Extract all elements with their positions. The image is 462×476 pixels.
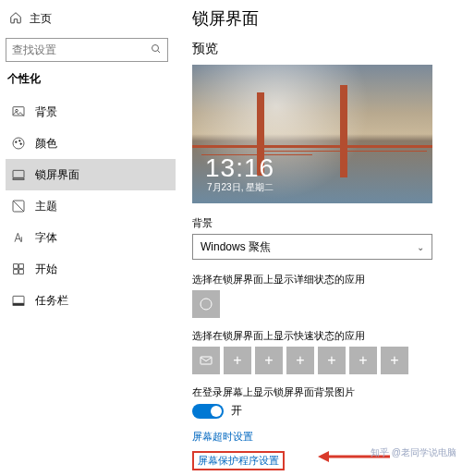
svg-rect-9 [13, 178, 24, 179]
chevron-down-icon: ⌄ [417, 242, 424, 252]
lock-icon [11, 167, 26, 182]
svg-point-4 [13, 138, 24, 149]
sidebar-item-label: 颜色 [35, 136, 57, 152]
taskbar-icon [11, 293, 26, 308]
sidebar-item-font[interactable]: 字体 [6, 222, 176, 253]
svg-rect-12 [19, 264, 24, 269]
sidebar-item-label: 背景 [35, 104, 57, 120]
sidebar-item-start[interactable]: 开始 [6, 253, 176, 285]
svg-point-3 [16, 109, 18, 112]
preview-heading: 预览 [192, 41, 453, 57]
page-title: 锁屏界面 [192, 7, 453, 30]
quick-app-label: 选择在锁屏界面上显示快速状态的应用 [192, 329, 453, 343]
svg-rect-16 [13, 303, 24, 305]
section-title: 个性化 [7, 71, 176, 87]
plus-icon: + [296, 352, 304, 369]
start-icon [11, 262, 26, 276]
quick-app-add-1[interactable]: + [224, 347, 251, 374]
background-label: 背景 [192, 216, 453, 230]
sidebar-item-label: 开始 [35, 262, 57, 277]
svg-rect-15 [13, 296, 24, 303]
theme-icon [11, 199, 26, 214]
screen-timeout-link[interactable]: 屏幕超时设置 [192, 430, 253, 444]
svg-rect-8 [13, 170, 24, 177]
sidebar-item-label: 主题 [35, 199, 57, 214]
signin-bg-toggle[interactable] [192, 404, 224, 419]
home-link[interactable]: 主页 [6, 6, 176, 32]
sidebar-item-theme[interactable]: 主题 [6, 190, 176, 222]
svg-rect-14 [19, 270, 24, 275]
watermark: 知乎 @老同学说电脑 [371, 446, 456, 459]
svg-rect-13 [14, 270, 18, 275]
search-icon [151, 43, 162, 57]
sidebar-item-label: 锁屏界面 [35, 167, 79, 183]
quick-app-row: + + + + + + [192, 347, 453, 374]
svg-point-0 [152, 44, 159, 51]
preview-clock: 13:16 [205, 153, 274, 183]
svg-rect-18 [201, 357, 212, 364]
sidebar-item-image[interactable]: 背景 [6, 96, 176, 128]
search-input-wrapper[interactable] [6, 38, 168, 62]
quick-app-tile-mail[interactable] [192, 347, 220, 374]
background-dropdown[interactable]: Windows 聚焦 ⌄ [192, 234, 432, 260]
quick-app-add-3[interactable]: + [286, 347, 314, 374]
svg-line-1 [158, 50, 161, 53]
sidebar-item-label: 任务栏 [35, 293, 68, 309]
svg-marker-20 [318, 451, 329, 462]
quick-app-add-4[interactable]: + [318, 347, 346, 374]
plus-icon: + [233, 352, 241, 369]
plus-icon: + [359, 352, 367, 369]
quick-app-add-2[interactable]: + [255, 347, 283, 374]
home-label: 主页 [30, 11, 52, 27]
plus-icon: + [327, 352, 335, 369]
toggle-state-label: 开 [231, 403, 242, 419]
font-icon [11, 230, 26, 245]
detail-app-tile[interactable] [192, 290, 220, 318]
home-icon [9, 11, 22, 27]
plus-icon: + [390, 352, 398, 369]
sidebar-item-taskbar[interactable]: 任务栏 [6, 285, 176, 316]
image-icon [11, 104, 26, 119]
plus-icon: + [264, 352, 273, 369]
palette-icon [11, 136, 26, 151]
preview-date: 7月23日, 星期二 [207, 181, 274, 194]
svg-rect-11 [14, 264, 18, 269]
svg-point-17 [201, 299, 212, 310]
svg-point-5 [16, 141, 18, 143]
svg-point-7 [20, 143, 22, 145]
sidebar-item-palette[interactable]: 颜色 [6, 128, 176, 159]
screen-saver-link[interactable]: 屏幕保护程序设置 [192, 451, 285, 470]
background-selected: Windows 聚焦 [201, 239, 271, 255]
lockscreen-preview: 13:16 7月23日, 星期二 [192, 65, 432, 203]
quick-app-add-5[interactable]: + [349, 347, 377, 374]
sidebar-item-lock[interactable]: 锁屏界面 [6, 159, 176, 190]
sidebar-item-label: 字体 [35, 230, 57, 246]
quick-app-add-6[interactable]: + [381, 347, 408, 374]
detail-app-label: 选择在锁屏界面上显示详细状态的应用 [192, 273, 453, 287]
search-input[interactable] [12, 43, 151, 56]
svg-point-6 [19, 140, 21, 142]
signin-bg-label: 在登录屏幕上显示锁屏界面背景图片 [192, 385, 453, 399]
